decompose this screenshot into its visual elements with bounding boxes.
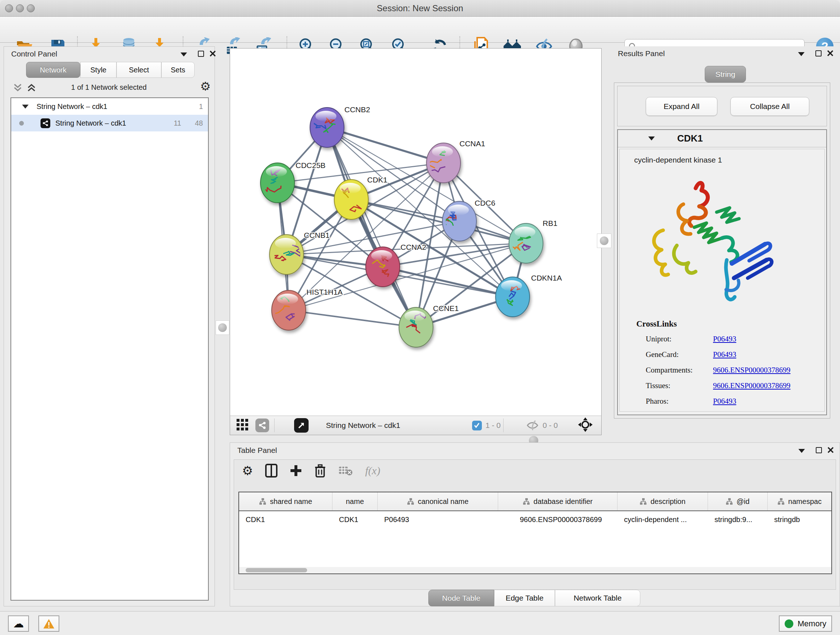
warning-icon bbox=[43, 618, 55, 629]
cell-description[interactable]: cyclin-dependent ... bbox=[617, 511, 708, 528]
cloud-status-button[interactable]: ☁ bbox=[8, 616, 29, 632]
cell-name[interactable]: CDK1 bbox=[332, 511, 378, 528]
node-label: CCNB2 bbox=[344, 105, 370, 114]
birds-eye-toggle-icon[interactable] bbox=[577, 417, 593, 434]
tab-edge-table[interactable]: Edge Table bbox=[494, 590, 555, 606]
node-label: HIST1H1A bbox=[306, 288, 343, 296]
vertical-splitter-handle[interactable] bbox=[597, 233, 611, 248]
network-node-HIST1H1A[interactable]: HIST1H1A bbox=[272, 288, 343, 330]
close-panel-icon[interactable] bbox=[827, 447, 834, 453]
table-tabs: Node Table Edge Table Network Table bbox=[428, 590, 640, 606]
cell-canonical-name[interactable]: P06493 bbox=[378, 511, 498, 528]
crosslink-tissues[interactable]: 9606.ENSP00000378699 bbox=[713, 381, 790, 390]
tab-select[interactable]: Select bbox=[117, 62, 161, 78]
crosslink-genecard[interactable]: P06493 bbox=[713, 350, 790, 359]
expand-all-icon[interactable] bbox=[27, 83, 36, 94]
crosslinks-list: Uniprot: P06493 GeneCard: P06493 Compart… bbox=[646, 334, 790, 406]
tab-string[interactable]: String bbox=[705, 66, 746, 82]
network-tree-child-row[interactable]: String Network – cdk1 11 48 bbox=[11, 115, 208, 131]
cell-database-identifier[interactable]: 9606.ENSP00000378699 bbox=[498, 511, 617, 528]
expand-all-button[interactable]: Expand All bbox=[646, 97, 717, 116]
network-node-CDC25B[interactable]: CDC25B bbox=[261, 161, 325, 203]
column-header[interactable]: description bbox=[617, 492, 708, 510]
cell-id[interactable]: stringdb:9... bbox=[708, 511, 767, 528]
crosslinks-title: CrossLinks bbox=[636, 319, 677, 329]
network-tree: String Network – cdk1 1 String Network –… bbox=[11, 97, 209, 600]
network-edge-CCNB2-CCNA1[interactable] bbox=[327, 127, 444, 163]
detach-view-icon[interactable] bbox=[294, 418, 309, 432]
collapse-section-icon[interactable] bbox=[648, 136, 655, 141]
vertical-splitter-handle[interactable] bbox=[216, 320, 229, 335]
shared-column-icon bbox=[407, 498, 414, 505]
float-panel-icon[interactable] bbox=[198, 51, 204, 57]
protein-details: cyclin-dependent kinase 1 bbox=[619, 149, 825, 412]
column-header[interactable]: database identifier bbox=[498, 492, 617, 510]
cell-shared-name[interactable]: CDK1 bbox=[239, 511, 332, 528]
crosslink-uniprot[interactable]: P06493 bbox=[713, 334, 790, 344]
column-header[interactable]: canonical name bbox=[378, 492, 498, 510]
create-column-plus-icon[interactable] bbox=[290, 464, 302, 477]
panel-menu-icon[interactable] bbox=[180, 52, 187, 57]
float-panel-icon[interactable] bbox=[815, 50, 821, 57]
node-gloss bbox=[501, 280, 522, 291]
column-header[interactable]: @id bbox=[708, 492, 767, 510]
network-tree-root-row[interactable]: String Network – cdk1 1 bbox=[11, 98, 208, 115]
table-row[interactable]: CDK1 CDK1 P06493 9606.ENSP00000378699 cy… bbox=[239, 510, 831, 528]
network-canvas[interactable]: CCNB2CCNA1CDC25BCDK1CDC6RB1CCNB1CCNA2CDK… bbox=[230, 49, 601, 416]
memory-button[interactable]: Memory bbox=[779, 616, 832, 632]
table-header-row: shared name name canonical name database… bbox=[239, 492, 831, 510]
tree-expander-icon[interactable] bbox=[22, 105, 28, 109]
network-edge-HIST1H1A-CCNE1[interactable] bbox=[289, 310, 416, 327]
warnings-button[interactable] bbox=[38, 616, 59, 632]
network-node-CDKN1A[interactable]: CDKN1A bbox=[496, 274, 562, 317]
table-panel-title: Table Panel bbox=[237, 446, 277, 455]
selected-checkbox-icon[interactable] bbox=[472, 421, 482, 431]
tab-node-table[interactable]: Node Table bbox=[428, 590, 494, 606]
tab-network-table[interactable]: Network Table bbox=[555, 590, 640, 606]
network-node-CDC6[interactable]: CDC6 bbox=[440, 199, 495, 241]
network-node-CCNA1[interactable]: CCNA1 bbox=[425, 139, 485, 183]
delete-column-trash-icon[interactable] bbox=[314, 464, 326, 478]
crosslink-pharos[interactable]: P06493 bbox=[713, 397, 790, 406]
control-panel: Control Panel Network Style Select Sets … bbox=[4, 46, 215, 606]
node-label: CDC25B bbox=[295, 161, 325, 169]
toolbar-divider bbox=[274, 418, 275, 432]
float-panel-icon[interactable] bbox=[816, 447, 822, 453]
column-header[interactable]: shared name bbox=[239, 492, 332, 510]
table-panel: Table Panel ⚙ f(x) shared name name cano… bbox=[230, 442, 840, 606]
control-panel-tabs: Network Style Select Sets bbox=[26, 62, 195, 78]
panel-menu-icon[interactable] bbox=[798, 52, 805, 56]
function-builder-icon[interactable]: f(x) bbox=[365, 464, 380, 477]
delete-table-icon[interactable] bbox=[338, 465, 353, 476]
horizontal-scrollbar[interactable] bbox=[239, 567, 831, 573]
panel-menu-icon[interactable] bbox=[798, 449, 805, 453]
network-node-CCNB2[interactable]: CCNB2 bbox=[310, 105, 370, 147]
close-panel-icon[interactable] bbox=[827, 50, 834, 57]
network-view-title: String Network – cdk1 bbox=[326, 421, 400, 430]
tab-network[interactable]: Network bbox=[26, 62, 80, 78]
tab-sets[interactable]: Sets bbox=[161, 62, 195, 78]
cell-namespace[interactable]: stringdb bbox=[767, 511, 831, 528]
network-type-share-icon[interactable] bbox=[256, 418, 269, 432]
network-node-CDK1[interactable]: CDK1 bbox=[334, 176, 387, 219]
show-columns-icon[interactable] bbox=[265, 464, 278, 478]
network-edge-CCNA2-CDKN1A[interactable] bbox=[383, 267, 513, 297]
network-edge-CCNB2-CCNE1[interactable] bbox=[327, 127, 416, 327]
column-header[interactable]: namespac bbox=[767, 492, 831, 510]
column-header[interactable]: name bbox=[332, 492, 378, 510]
memory-label: Memory bbox=[798, 619, 826, 629]
scrollbar-thumb[interactable] bbox=[246, 568, 307, 572]
network-node-CCNE1[interactable]: CCNE1 bbox=[399, 304, 459, 347]
close-panel-icon[interactable] bbox=[210, 50, 216, 57]
crosslink-compartments[interactable]: 9606.ENSP00000378699 bbox=[713, 366, 790, 375]
network-node-RB1[interactable]: RB1 bbox=[509, 219, 557, 263]
tab-style[interactable]: Style bbox=[80, 62, 117, 78]
protein-header-row[interactable]: CDK1 bbox=[618, 130, 826, 147]
table-options-gear-icon[interactable]: ⚙ bbox=[242, 463, 253, 478]
node-gloss bbox=[316, 111, 336, 122]
collapse-all-button[interactable]: Collapse All bbox=[730, 97, 809, 116]
network-options-gear-icon[interactable]: ⚙ bbox=[200, 79, 211, 93]
status-bar: ☁ Memory bbox=[0, 611, 840, 635]
grid-view-icon[interactable] bbox=[236, 418, 249, 432]
collapse-all-icon[interactable] bbox=[13, 83, 23, 94]
